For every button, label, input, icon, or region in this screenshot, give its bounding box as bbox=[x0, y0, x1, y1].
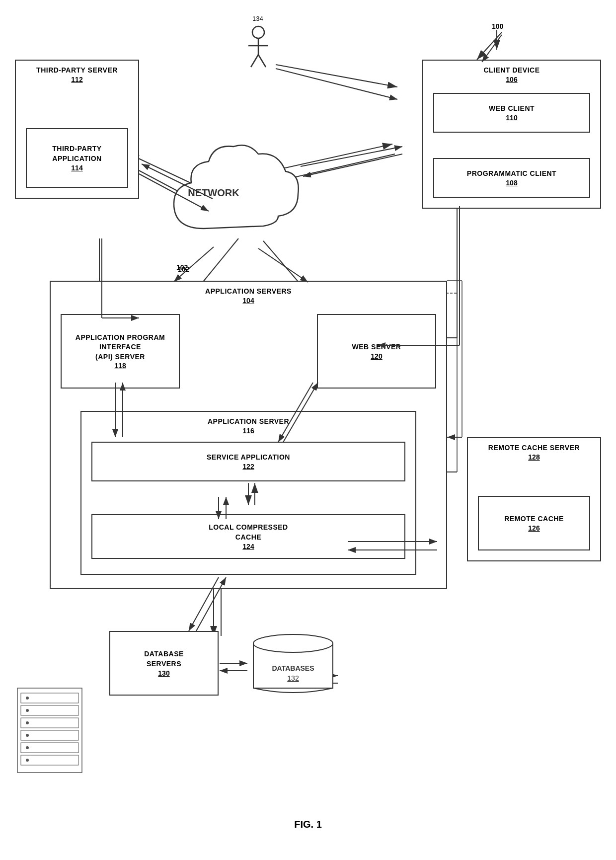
diagram: 134 100 THIRD-PARTY SERVER 112 THIRD-PAR… bbox=[0, 0, 616, 860]
svg-point-50 bbox=[26, 697, 29, 700]
svg-line-34 bbox=[258, 55, 266, 67]
third-party-app-label: THIRD-PARTYAPPLICATION bbox=[52, 144, 101, 163]
web-server-id: 120 bbox=[371, 352, 382, 360]
person-icon: 134 bbox=[243, 25, 273, 72]
application-server-116-id: 116 bbox=[81, 427, 415, 435]
web-server-label: WEB SERVER bbox=[352, 342, 401, 352]
svg-text:NETWORK: NETWORK bbox=[188, 187, 239, 198]
remote-cache-box: REMOTE CACHE 126 bbox=[478, 496, 590, 550]
svg-point-30 bbox=[252, 26, 264, 38]
svg-point-40 bbox=[253, 634, 333, 652]
svg-line-62 bbox=[303, 154, 402, 176]
svg-line-3 bbox=[276, 65, 397, 87]
service-application-label: SERVICE APPLICATION bbox=[207, 453, 290, 463]
server-rack-icon bbox=[15, 686, 84, 775]
remote-cache-label: REMOTE CACHE bbox=[504, 514, 564, 524]
svg-line-64 bbox=[258, 248, 308, 282]
remote-cache-server-id: 128 bbox=[468, 453, 600, 461]
programmatic-client-box: PROGRAMMATIC CLIENT 108 bbox=[433, 158, 590, 198]
client-device-id: 106 bbox=[423, 76, 600, 83]
svg-point-51 bbox=[26, 709, 29, 712]
programmatic-client-id: 108 bbox=[506, 179, 517, 187]
service-application-box: SERVICE APPLICATION 122 bbox=[91, 442, 405, 481]
web-client-label: WEB CLIENT bbox=[489, 104, 535, 114]
third-party-app-box: THIRD-PARTYAPPLICATION 114 bbox=[26, 128, 128, 188]
databases-shape: DATABASES 132 bbox=[248, 631, 338, 696]
service-application-id: 122 bbox=[242, 463, 254, 470]
svg-line-33 bbox=[251, 55, 258, 67]
application-servers-label: APPLICATION SERVERS bbox=[51, 287, 446, 297]
third-party-app-id: 114 bbox=[71, 164, 82, 172]
application-server-box: APPLICATION SERVER 116 SERVICE APPLICATI… bbox=[80, 411, 416, 575]
network-cloud: NETWORK bbox=[164, 139, 303, 253]
web-server-box: WEB SERVER 120 bbox=[317, 314, 436, 389]
local-cache-box: LOCAL COMPRESSEDCACHE 124 bbox=[91, 514, 405, 559]
web-client-id: 110 bbox=[506, 114, 517, 122]
database-servers-label: DATABASESERVERS bbox=[144, 649, 184, 669]
remote-cache-server-label: REMOTE CACHE SERVER bbox=[468, 443, 600, 453]
svg-point-52 bbox=[26, 721, 29, 724]
web-client-box: WEB CLIENT 110 bbox=[433, 93, 590, 133]
svg-point-55 bbox=[26, 759, 29, 762]
svg-line-57 bbox=[276, 69, 397, 99]
database-servers-box: DATABASESERVERS 130 bbox=[109, 631, 219, 696]
local-cache-id: 124 bbox=[242, 543, 254, 550]
third-party-server-label: THIRD-PARTY SERVER bbox=[16, 66, 138, 76]
svg-text:132: 132 bbox=[287, 674, 299, 682]
figure-label: FIG. 1 bbox=[0, 819, 616, 830]
programmatic-client-label: PROGRAMMATIC CLIENT bbox=[467, 169, 556, 179]
third-party-server-box: THIRD-PARTY SERVER 112 THIRD-PARTYAPPLIC… bbox=[15, 60, 139, 199]
application-server-116-label: APPLICATION SERVER bbox=[81, 417, 415, 427]
remote-cache-server-box: REMOTE CACHE SERVER 128 REMOTE CACHE 126 bbox=[467, 437, 601, 561]
client-device-label: CLIENT DEVICE bbox=[423, 66, 600, 76]
svg-line-61 bbox=[301, 147, 402, 166]
local-cache-label: LOCAL COMPRESSEDCACHE bbox=[209, 523, 288, 542]
svg-text:DATABASES: DATABASES bbox=[272, 664, 314, 672]
application-servers-id: 104 bbox=[51, 297, 446, 305]
api-server-id: 118 bbox=[114, 362, 126, 370]
application-servers-outer-box: APPLICATION SERVERS 104 APPLICATION PROG… bbox=[50, 281, 447, 589]
api-server-label: APPLICATION PROGRAM INTERFACE(API) SERVE… bbox=[62, 333, 179, 362]
network-label-102: 102 bbox=[178, 265, 189, 273]
person-id: 134 bbox=[252, 15, 263, 22]
svg-point-53 bbox=[26, 734, 29, 737]
remote-cache-id: 126 bbox=[528, 524, 539, 532]
database-servers-id: 130 bbox=[158, 669, 169, 677]
client-device-box: CLIENT DEVICE 106 WEB CLIENT 110 PROGRAM… bbox=[422, 60, 601, 209]
api-server-box: APPLICATION PROGRAM INTERFACE(API) SERVE… bbox=[61, 314, 180, 389]
svg-point-54 bbox=[26, 746, 29, 749]
third-party-server-id: 112 bbox=[16, 76, 138, 83]
